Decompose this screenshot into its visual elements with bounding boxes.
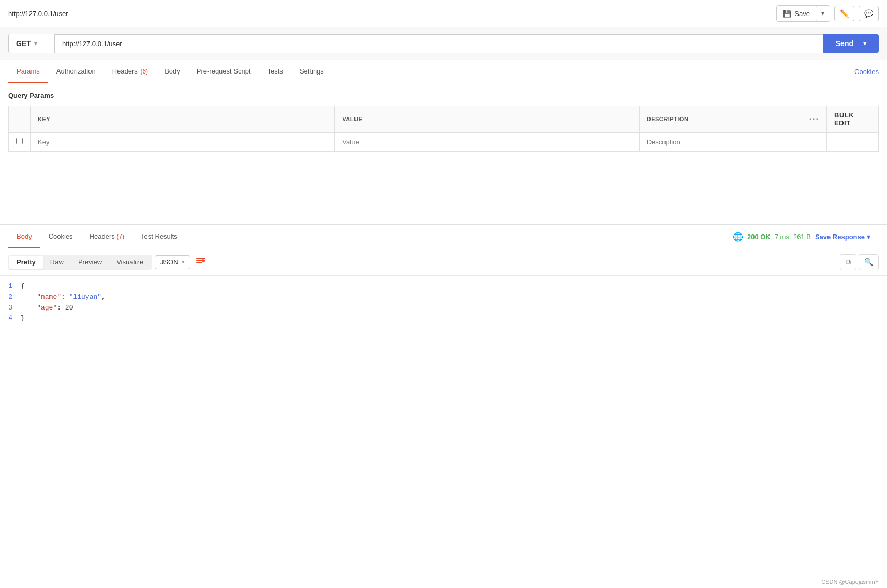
send-button[interactable]: Send ▾ [823,34,879,53]
line-num-1: 1 [0,281,21,292]
status-code: 200 OK [747,233,771,241]
response-time: 7 ms [775,233,789,241]
tab-tests[interactable]: Tests [259,60,291,83]
search-icon: 🔍 [864,258,873,266]
json-key-name: "name" [37,293,61,301]
title-bar-url: http://127.0.0.1/user [8,10,68,18]
line-content-3: "age": 20 [21,303,73,314]
tab-body[interactable]: Body [156,60,188,83]
param-bulk-cell [827,133,879,152]
send-button-wrap: Send ▾ [823,34,879,53]
line-content-1: { [21,281,25,292]
param-desc-cell[interactable] [639,133,802,152]
param-value-input[interactable] [342,138,631,146]
json-format-select[interactable]: JSON ▾ [155,255,190,269]
response-size: 261 B [793,233,811,241]
value-col-header: VALUE [335,106,639,133]
response-tab-body[interactable]: Body [8,225,40,248]
bulk-edit-button[interactable]: Bulk Edit [834,111,854,127]
response-actions: ⧉ 🔍 [840,254,879,270]
param-value-cell[interactable] [335,133,639,152]
tab-params[interactable]: Params [8,60,48,83]
line-content-2: "name": "liuyan", [21,292,106,303]
copy-response-button[interactable]: ⧉ [840,254,856,270]
method-select[interactable]: GET ▾ [8,34,55,53]
code-line-1: 1 { [0,281,887,292]
globe-icon: 🌐 [733,232,743,242]
response-code-area: 1 { 2 "name": "liuyan", 3 "age": 20 4 } [0,276,887,329]
method-label: GET [16,39,31,48]
format-tab-visualize[interactable]: Visualize [109,256,151,269]
params-table: KEY VALUE DESCRIPTION ··· Bulk Edit [8,106,879,152]
save-response-chevron-icon: ▾ [867,233,870,241]
save-button[interactable]: 💾 Save [777,7,816,21]
format-tab-preview[interactable]: Preview [71,256,109,269]
desc-col-header: DESCRIPTION [639,106,802,133]
line-num-2: 2 [0,292,21,303]
params-section: Query Params KEY VALUE DESCRIPTION ··· B… [0,83,887,152]
response-tab-cookies[interactable]: Cookies [40,225,81,248]
param-key-cell[interactable] [31,133,335,152]
send-chevron-icon: ▾ [858,40,866,47]
tab-settings[interactable]: Settings [291,60,332,83]
line-content-4: } [21,313,25,324]
method-chevron-icon: ▾ [34,40,37,47]
json-val-age: 20 [65,304,73,312]
format-tab-raw[interactable]: Raw [43,256,71,269]
line-num-4: 4 [0,313,21,324]
pencil-icon: ✏️ [840,9,849,18]
line-num-3: 3 [0,303,21,314]
param-row-empty [9,133,879,152]
url-input[interactable] [55,34,823,53]
response-headers-badge: (7) [116,233,124,240]
title-bar: http://127.0.0.1/user 💾 Save ▾ ✏️ 💬 [0,0,887,27]
format-tab-pretty[interactable]: Pretty [9,256,43,269]
response-tab-headers[interactable]: Headers (7) [81,225,132,248]
response-section: Body Cookies Headers (7) Test Results 🌐 … [0,224,887,329]
code-line-3: 3 "age": 20 [0,303,887,314]
param-desc-input[interactable] [647,138,794,146]
save-response-button[interactable]: Save Response ▾ [815,233,870,241]
code-line-4: 4 } [0,313,887,324]
comment-icon: 💬 [864,9,873,18]
tab-prerequest[interactable]: Pre-request Script [188,60,259,83]
bulk-col-header: Bulk Edit [827,106,879,133]
json-chevron-icon: ▾ [182,259,185,266]
json-val-name: "liuyan" [69,293,101,301]
json-key-age: "age" [37,304,57,312]
key-col-header: KEY [31,106,335,133]
param-checkbox-input[interactable] [16,138,23,144]
column-options-icon[interactable]: ··· [809,114,819,123]
response-body-bar: Pretty Raw Preview Visualize JSON ▾ [0,248,887,276]
query-params-title: Query Params [8,92,879,99]
tab-headers[interactable]: Headers (6) [104,60,156,83]
code-line-2: 2 "name": "liuyan", [0,292,887,303]
response-status-bar: 🌐 200 OK 7 ms 261 B Save Response ▾ [725,232,879,242]
response-tabs-bar: Body Cookies Headers (7) Test Results 🌐 … [0,225,887,248]
headers-badge: (6) [140,68,148,75]
url-bar: GET ▾ Send ▾ [0,27,887,60]
title-bar-actions: 💾 Save ▾ ✏️ 💬 [776,5,879,22]
response-tab-testresults[interactable]: Test Results [132,225,186,248]
empty-space [0,152,887,214]
save-icon: 💾 [783,10,791,18]
param-key-input[interactable] [38,138,327,146]
tab-authorization[interactable]: Authorization [48,60,104,83]
wrap-icon[interactable] [194,254,208,270]
format-tabs: Pretty Raw Preview Visualize [8,255,152,270]
edit-icon-button[interactable]: ✏️ [834,6,854,21]
search-response-button[interactable]: 🔍 [859,254,879,270]
comments-icon-button[interactable]: 💬 [859,6,879,21]
save-dropdown-button[interactable]: ▾ [816,6,830,21]
param-actions-cell [802,133,826,152]
cookies-link[interactable]: Cookies [854,61,879,83]
checkbox-col-header [9,106,31,133]
request-tabs-bar: Params Authorization Headers (6) Body Pr… [0,60,887,83]
actions-col-header: ··· [802,106,826,133]
copy-icon: ⧉ [846,258,851,267]
param-checkbox[interactable] [9,133,31,152]
